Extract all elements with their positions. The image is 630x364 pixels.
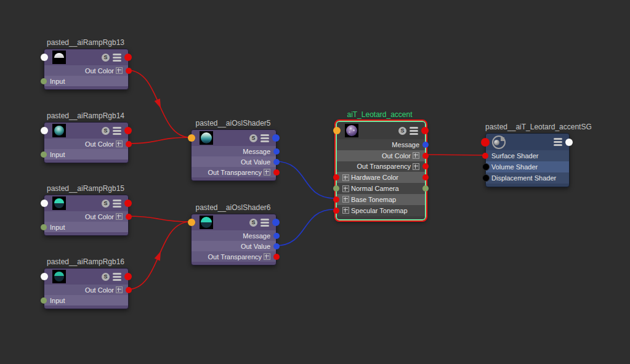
port-header-right[interactable] bbox=[124, 127, 132, 134]
node-editor-canvas[interactable]: pasted__aiRampRgb13Out ColorInputpasted_… bbox=[0, 0, 630, 364]
menu-bars-icon[interactable] bbox=[410, 127, 418, 135]
port-out-color-out[interactable] bbox=[126, 214, 132, 220]
expand-plus-icon[interactable] bbox=[116, 67, 123, 74]
header-icons bbox=[554, 138, 562, 146]
attr-row-hardware-color: Hardware Color bbox=[337, 172, 425, 183]
expand-plus-icon[interactable] bbox=[342, 196, 349, 203]
port-normal-camera-in[interactable] bbox=[333, 185, 339, 192]
port-normal-camera-out[interactable] bbox=[422, 185, 429, 192]
expand-plus-icon[interactable] bbox=[264, 169, 270, 176]
node-pasted-airamprgb14[interactable]: Out ColorInput bbox=[44, 122, 129, 163]
port-header-left[interactable] bbox=[41, 127, 48, 134]
expand-plus-icon[interactable] bbox=[342, 185, 349, 192]
port-message-out[interactable] bbox=[273, 148, 280, 155]
menu-bars-icon[interactable] bbox=[113, 200, 121, 208]
swatch-badge-icon[interactable] bbox=[249, 134, 257, 142]
port-out-transparency-out[interactable] bbox=[273, 169, 280, 176]
expand-plus-icon[interactable] bbox=[342, 174, 349, 181]
port-input-in[interactable] bbox=[41, 78, 47, 84]
port-header-left[interactable] bbox=[188, 134, 195, 142]
attr-label: Out Transparency bbox=[208, 169, 262, 176]
swatch-badge-icon[interactable] bbox=[102, 127, 110, 135]
port-header-left[interactable] bbox=[188, 219, 195, 226]
node-pasted-airamprgb16[interactable]: Out ColorInput bbox=[44, 268, 129, 309]
menu-bars-icon[interactable] bbox=[260, 134, 269, 142]
expand-plus-icon[interactable] bbox=[116, 286, 123, 293]
header-icons bbox=[102, 200, 121, 208]
menu-bars-icon[interactable] bbox=[554, 138, 562, 146]
port-header-right[interactable] bbox=[124, 200, 132, 207]
menu-bars-icon[interactable] bbox=[113, 127, 121, 135]
connection-edge[interactable] bbox=[127, 216, 190, 222]
expand-plus-icon[interactable] bbox=[413, 163, 419, 170]
connection-edge[interactable] bbox=[127, 137, 190, 144]
port-header-right[interactable] bbox=[124, 273, 132, 280]
attr-row-out-value: Out Value bbox=[192, 156, 276, 167]
port-hardware-color-in[interactable] bbox=[333, 174, 339, 180]
port-header-right[interactable] bbox=[272, 219, 280, 226]
node-pasted-airamprgb13[interactable]: Out ColorInput bbox=[44, 49, 129, 90]
node-header bbox=[486, 134, 569, 150]
port-header-left[interactable] bbox=[41, 54, 48, 61]
node-title: pasted__aiT_Leotard_accentSG bbox=[485, 123, 568, 132]
connection-edge[interactable] bbox=[424, 155, 485, 155]
swatch-badge-icon[interactable] bbox=[102, 200, 110, 208]
port-base-tonemap-in[interactable] bbox=[333, 196, 339, 203]
expand-plus-icon[interactable] bbox=[342, 207, 349, 214]
node-pasted-airamprgb15[interactable]: Out ColorInput bbox=[44, 195, 129, 236]
port-header-right[interactable] bbox=[421, 127, 429, 134]
port-surface-shader-in[interactable] bbox=[482, 153, 488, 159]
menu-bars-icon[interactable] bbox=[260, 219, 269, 227]
port-header-left[interactable] bbox=[41, 273, 48, 280]
expand-plus-icon[interactable] bbox=[116, 140, 123, 147]
port-header-right[interactable] bbox=[272, 134, 280, 142]
port-displacement-shader-in[interactable] bbox=[482, 174, 490, 182]
node-title: pasted__aiRampRgb13 bbox=[44, 38, 127, 47]
attr-label: Input bbox=[50, 151, 65, 158]
port-out-color-out[interactable] bbox=[126, 68, 132, 74]
swatch-badge-icon[interactable] bbox=[249, 219, 257, 227]
port-out-transparency-out[interactable] bbox=[273, 254, 280, 260]
attr-label: Input bbox=[50, 78, 65, 85]
port-specular-tonemap-in[interactable] bbox=[333, 208, 339, 214]
port-header-left[interactable] bbox=[41, 200, 48, 207]
port-out-color-out[interactable] bbox=[126, 141, 132, 147]
expand-plus-icon[interactable] bbox=[413, 152, 419, 159]
port-header-right[interactable] bbox=[565, 139, 573, 146]
swatch-badge-icon[interactable] bbox=[398, 127, 406, 135]
node-ait-leotard-accent[interactable]: MessageOut ColorOut TransparencyHardware… bbox=[336, 121, 426, 220]
port-out-value-out[interactable] bbox=[273, 243, 280, 249]
port-out-value-out[interactable] bbox=[273, 159, 280, 165]
port-header-left[interactable] bbox=[333, 127, 341, 134]
port-out-transparency-out[interactable] bbox=[422, 163, 429, 169]
attr-label: Hardware Color bbox=[351, 174, 398, 181]
node-title: aiT_Leotard_accent bbox=[336, 110, 424, 119]
menu-bars-icon[interactable] bbox=[113, 54, 121, 62]
swatch-badge-icon[interactable] bbox=[102, 273, 110, 281]
connection-edge[interactable] bbox=[275, 209, 334, 246]
menu-bars-icon[interactable] bbox=[113, 273, 121, 281]
header-icons bbox=[102, 54, 121, 62]
port-header-left[interactable] bbox=[481, 138, 490, 147]
port-hardware-color-out[interactable] bbox=[422, 174, 429, 180]
node-pasted-ait-leotard-accentsg[interactable]: Surface ShaderVolume ShaderDisplacement … bbox=[485, 133, 570, 187]
port-message-out[interactable] bbox=[273, 233, 280, 239]
port-out-color-out[interactable] bbox=[422, 153, 429, 159]
port-header-right[interactable] bbox=[124, 54, 132, 61]
port-out-color-out[interactable] bbox=[126, 287, 132, 293]
node-title: pasted__aiRampRgb15 bbox=[44, 184, 127, 193]
attr-row-input: Input bbox=[44, 295, 128, 305]
expand-plus-icon[interactable] bbox=[264, 253, 270, 260]
port-input-in[interactable] bbox=[41, 297, 47, 304]
node-pasted-aioslshader5[interactable]: MessageOut ValueOut Transparency bbox=[191, 129, 277, 181]
expand-plus-icon[interactable] bbox=[116, 213, 123, 220]
port-input-in[interactable] bbox=[41, 152, 47, 158]
swatch-badge-icon[interactable] bbox=[102, 54, 110, 62]
attr-row-out-color: Out Color bbox=[44, 139, 128, 149]
edge-arrow-icon bbox=[155, 250, 164, 261]
port-input-in[interactable] bbox=[41, 224, 47, 230]
port-message-out[interactable] bbox=[422, 142, 429, 148]
port-volume-shader-in[interactable] bbox=[482, 163, 490, 171]
node-pasted-aioslshader6[interactable]: MessageOut ValueOut Transparency bbox=[191, 214, 277, 265]
connection-edge[interactable] bbox=[275, 161, 334, 198]
